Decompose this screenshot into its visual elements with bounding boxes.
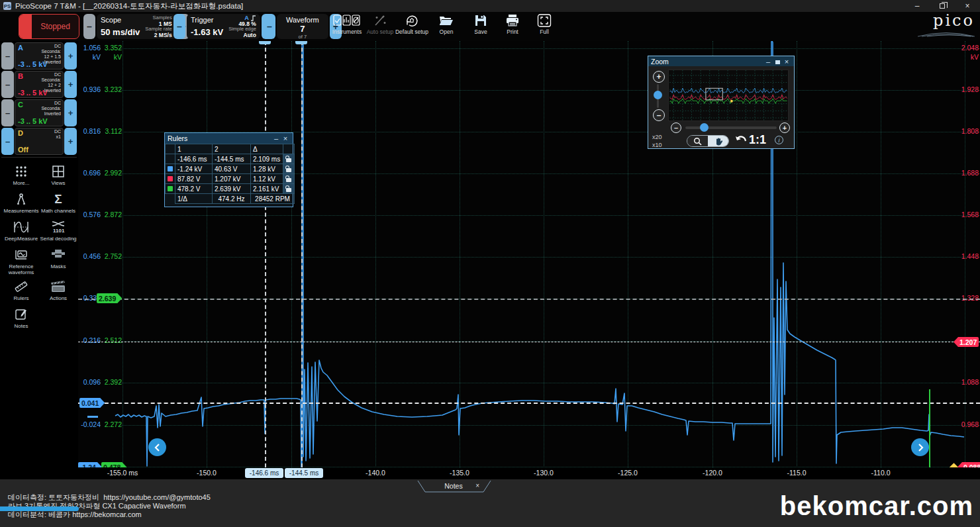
zoom-horizontal-out-button[interactable]: –: [671, 122, 681, 133]
channel-c-decrease-button[interactable]: –: [1, 99, 14, 126]
rpm-value: 28452 RPM: [251, 194, 295, 204]
axis-tick-x: -115.0: [770, 469, 823, 477]
rulers-window: Rulers – × 1 2 Δ -146.6 ms -144.5 ms: [164, 132, 293, 207]
zoom-info-icon[interactable]: i: [775, 136, 783, 144]
channel-b-card[interactable]: B -3 .. 5 kV DCSeconda:12 + 2Inverted: [15, 71, 64, 98]
print-button[interactable]: Print: [495, 14, 530, 40]
scope-panel[interactable]: Scope 50 ms/div Samples 1 MS Sample rate…: [97, 14, 176, 39]
lock-button[interactable]: [283, 174, 295, 184]
math-channels-icon: Σ: [54, 192, 62, 207]
sidebar-item-math-channels[interactable]: Σ Math channels: [40, 192, 77, 214]
zoom-pan-button[interactable]: [708, 136, 728, 146]
zoom-horizontal-in-button[interactable]: +: [779, 122, 790, 133]
channel-b-decrease-button[interactable]: –: [1, 71, 14, 98]
time-ruler-2-badge[interactable]: -144.5 ms: [285, 468, 323, 478]
zoom-vertical-in-button[interactable]: +: [653, 71, 665, 83]
lock-button[interactable]: [283, 154, 295, 164]
waveform-panel[interactable]: Waveform 7 of 7: [277, 14, 328, 39]
channel-a-card[interactable]: A -3 .. 5 kV DCSeconda:12 + 1.5Inverted: [15, 42, 64, 70]
scroll-left-button[interactable]: [148, 438, 166, 456]
svg-text:1101: 1101: [53, 228, 65, 234]
trigger-panel[interactable]: Trigger -1.63 kV A 49.8 % Simple edge Au…: [187, 14, 260, 39]
trigger-decrease-button[interactable]: –: [173, 14, 185, 39]
time-ruler-2-handle[interactable]: [295, 41, 307, 44]
red-ruler-badge[interactable]: 1.207: [954, 337, 979, 347]
zoom-ratio-button[interactable]: 1:1: [749, 133, 766, 147]
zoom-overview-preview[interactable]: [668, 70, 789, 121]
zoom-horizontal-knob[interactable]: [700, 123, 709, 132]
zoom-vertical-out-button[interactable]: –: [653, 109, 665, 121]
sidebar-item-actions[interactable]: Actions: [40, 279, 77, 301]
notes-icon: [15, 307, 28, 322]
open-button[interactable]: Open: [429, 14, 464, 40]
instruments-button[interactable]: Instruments: [330, 14, 364, 40]
zoom-horizontal-slider[interactable]: [685, 126, 777, 129]
green-level-ruler[interactable]: [78, 299, 980, 300]
channel-d-increase-button[interactable]: +: [64, 128, 77, 155]
blue-level-ruler[interactable]: [78, 403, 980, 404]
time-ruler-1-badge[interactable]: -146.6 ms: [245, 468, 283, 478]
channel-d-card[interactable]: D Off DCx1: [15, 128, 64, 155]
channel-c-card[interactable]: C -3 .. 5 kV DCSeconda:Inverted: [15, 99, 64, 126]
sidebar-item-notes[interactable]: Notes: [3, 307, 40, 329]
red-level-ruler[interactable]: [78, 342, 980, 342]
bottom-scrollbar[interactable]: [0, 506, 79, 511]
save-button[interactable]: Save: [464, 14, 498, 40]
axis-tick-x: -150.0: [180, 469, 233, 477]
default-setup-label: Default setup: [395, 28, 428, 35]
green-ruler-badge[interactable]: 2.639: [97, 293, 122, 303]
lock-icon: [286, 178, 291, 182]
channel-b: – B -3 .. 5 kV DCSeconda:12 + 2Inverted …: [1, 71, 77, 98]
lock-button[interactable]: [283, 164, 295, 174]
zoom-close-button[interactable]: ×: [782, 58, 791, 66]
blue-ruler-badge[interactable]: 0.041: [79, 398, 105, 408]
trigger-auto: Auto: [244, 32, 256, 38]
zoom-restore-button[interactable]: [773, 58, 782, 66]
notes-tab-close-icon[interactable]: ×: [475, 482, 479, 489]
sidebar-item-masks[interactable]: Masks: [40, 248, 77, 269]
minimize-button[interactable]: –: [905, 0, 930, 12]
notes-line-3[interactable]: 데이터분석: 베콤카 https://bekomcar.com: [8, 510, 142, 520]
sidebar-item-rulers[interactable]: Rulers: [3, 279, 40, 301]
lock-button[interactable]: [283, 184, 295, 194]
zoom-undo-icon[interactable]: [734, 135, 748, 146]
stop-start-button[interactable]: Stopped: [19, 14, 79, 39]
channel-b-increase-button[interactable]: +: [64, 71, 77, 98]
deepmeasure-icon: [13, 220, 30, 234]
channel-a-zero-marker[interactable]: [87, 416, 98, 418]
sidebar-item-reference-waveforms[interactable]: Reference waveforms: [3, 248, 40, 275]
rulers-minimize-button[interactable]: –: [271, 134, 281, 142]
scroll-right-button[interactable]: [911, 438, 929, 456]
sidebar-item-serial-decoding[interactable]: 1101 Serial decoding: [40, 220, 77, 242]
rulers-close-button[interactable]: ×: [281, 134, 290, 142]
zoom-vertical-knob[interactable]: [654, 91, 662, 99]
plot-area[interactable]: 2.639 0.041 -1.24 0.478 1.207 0.088 1.05…: [78, 41, 980, 467]
zoom-window: Zoom – × + – – + x20 x10: [648, 56, 795, 149]
sidebar-item-deepmeasure[interactable]: DeepMeasure: [3, 220, 40, 242]
sidebar: – A -3 .. 5 kV DCSeconda:12 + 1.5Inverte…: [0, 41, 78, 479]
toolbar: Stopped – Scope 50 ms/div Samples 1 MS S…: [0, 12, 980, 41]
sidebar-item-more[interactable]: More...: [3, 164, 40, 186]
channel-a-decrease-button[interactable]: –: [1, 42, 14, 70]
rulers-window-titlebar[interactable]: Rulers – ×: [165, 133, 293, 144]
full-button[interactable]: Full: [527, 14, 562, 40]
channel-c-increase-button[interactable]: +: [64, 99, 77, 126]
zoom-window-titlebar[interactable]: Zoom – ×: [648, 56, 794, 66]
waveform-prev-button[interactable]: –: [264, 14, 275, 39]
channel-a-info: DCSeconda:12 + 1.5Inverted: [41, 44, 61, 65]
time-ruler-1-handle[interactable]: [259, 41, 271, 44]
default-setup-button[interactable]: Default setup: [395, 14, 429, 40]
channel-d-decrease-button[interactable]: –: [1, 128, 14, 155]
sidebar-item-measurements[interactable]: Measurements: [3, 192, 40, 214]
auto-setup-button[interactable]: Auto setup: [363, 14, 397, 40]
scope-decrease-button[interactable]: –: [83, 14, 95, 39]
channel-a-increase-button[interactable]: +: [64, 42, 77, 70]
zoom-minimize-button[interactable]: –: [763, 58, 773, 66]
notes-tab[interactable]: Notes ×: [417, 481, 491, 493]
zoom-magnifier-button[interactable]: [687, 136, 708, 146]
sidebar-item-views[interactable]: Views: [40, 164, 77, 186]
ruler-row-time: -146.6 ms -144.5 ms 2.109 ms: [166, 154, 295, 164]
pico-brand-name: pico: [908, 13, 975, 28]
close-button[interactable]: ×: [955, 0, 980, 12]
restore-button[interactable]: [930, 0, 955, 12]
